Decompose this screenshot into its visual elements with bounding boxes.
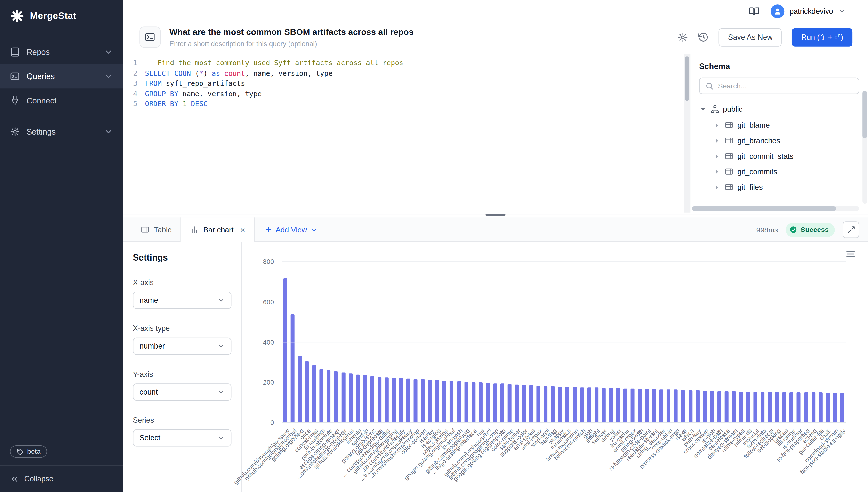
sql-editor[interactable]: 1-- Find the most commonly used Syft art… xyxy=(123,54,684,213)
bar[interactable] xyxy=(732,391,736,423)
bar[interactable] xyxy=(298,356,302,423)
query-description-input[interactable]: Enter a short description for this query… xyxy=(169,40,414,47)
editor-scrollbar[interactable] xyxy=(684,54,690,213)
tab-bar-chart[interactable]: Bar chart × xyxy=(180,217,255,242)
query-title[interactable]: What are the most common SBOM artifacts … xyxy=(169,27,414,37)
bar[interactable] xyxy=(768,392,772,423)
bar[interactable] xyxy=(291,315,295,423)
bar[interactable] xyxy=(623,388,627,423)
bar[interactable] xyxy=(645,389,649,423)
y-axis-select[interactable]: count xyxy=(133,384,231,401)
bar[interactable] xyxy=(457,381,461,423)
bar[interactable] xyxy=(652,389,656,423)
bar[interactable] xyxy=(631,389,634,423)
schema-search-input[interactable] xyxy=(718,82,853,90)
bar[interactable] xyxy=(399,378,403,423)
bar[interactable] xyxy=(674,390,678,423)
bar[interactable] xyxy=(782,392,786,423)
bar[interactable] xyxy=(739,392,743,423)
bar[interactable] xyxy=(327,370,331,423)
schema-root-row[interactable]: public xyxy=(699,101,859,117)
bar[interactable] xyxy=(464,382,468,423)
bar[interactable] xyxy=(811,393,815,423)
bar[interactable] xyxy=(616,388,620,423)
caret-down-icon[interactable] xyxy=(699,105,707,113)
fullscreen-button[interactable] xyxy=(843,221,859,238)
bar[interactable] xyxy=(804,393,808,423)
sidebar-item-queries[interactable]: Queries xyxy=(0,64,123,89)
bar[interactable] xyxy=(602,388,605,423)
bar[interactable] xyxy=(724,391,728,423)
save-as-new-button[interactable]: Save As New xyxy=(719,28,782,46)
schema-vertical-scrollbar[interactable] xyxy=(863,91,867,203)
bar[interactable] xyxy=(544,386,548,423)
settings-gear-icon[interactable] xyxy=(678,32,688,42)
chart-menu-icon[interactable] xyxy=(846,251,855,257)
bar[interactable] xyxy=(580,387,584,423)
caret-right-icon[interactable] xyxy=(714,152,721,160)
bar[interactable] xyxy=(659,390,664,423)
x-axis-select[interactable]: name xyxy=(133,292,231,309)
collapse-sidebar-button[interactable]: Collapse xyxy=(0,465,123,492)
bar[interactable] xyxy=(688,390,692,423)
bar[interactable] xyxy=(493,384,497,423)
bar[interactable] xyxy=(370,376,374,423)
bar[interactable] xyxy=(356,374,360,423)
bar[interactable] xyxy=(710,391,714,423)
code-line[interactable]: 3FROM syft_repo_artifacts xyxy=(123,78,684,89)
bar[interactable] xyxy=(536,386,540,423)
bar[interactable] xyxy=(681,390,685,423)
caret-right-icon[interactable] xyxy=(714,183,721,191)
bar[interactable] xyxy=(312,365,316,423)
schema-horizontal-scrollbar[interactable] xyxy=(692,206,859,211)
bar[interactable] xyxy=(508,384,512,423)
bar[interactable] xyxy=(319,369,323,423)
bar[interactable] xyxy=(385,377,389,423)
account-menu[interactable]: patrickdevivo xyxy=(771,4,846,18)
bar[interactable] xyxy=(595,388,598,423)
caret-right-icon[interactable] xyxy=(714,137,721,144)
bar[interactable] xyxy=(753,392,757,423)
bar[interactable] xyxy=(775,392,779,423)
x-axis-type-select[interactable]: number xyxy=(133,338,231,355)
bar[interactable] xyxy=(305,361,309,423)
bar[interactable] xyxy=(746,392,750,423)
bar[interactable] xyxy=(341,372,345,423)
bar[interactable] xyxy=(442,380,447,423)
code-line[interactable]: 5ORDER BY 1 DESC xyxy=(123,99,684,109)
bar[interactable] xyxy=(551,386,555,423)
bar[interactable] xyxy=(797,392,801,423)
docs-book-icon[interactable] xyxy=(749,6,760,16)
bar[interactable] xyxy=(421,379,425,423)
bar[interactable] xyxy=(833,393,837,423)
schema-hscroll-thumb[interactable] xyxy=(692,206,836,211)
schema-table-row[interactable]: git_blame xyxy=(699,117,859,133)
panel-splitter[interactable] xyxy=(123,213,868,218)
bar[interactable] xyxy=(392,377,396,423)
caret-right-icon[interactable] xyxy=(714,121,721,129)
add-view-button[interactable]: Add View xyxy=(255,217,328,242)
bar[interactable] xyxy=(472,382,476,423)
bar[interactable] xyxy=(435,380,439,423)
bar[interactable] xyxy=(609,388,613,423)
close-tab-icon[interactable]: × xyxy=(240,225,245,233)
bar[interactable] xyxy=(428,380,432,423)
schema-table-row[interactable]: git_commits xyxy=(699,164,859,179)
bar[interactable] xyxy=(703,391,707,423)
schema-vscroll-thumb[interactable] xyxy=(863,91,867,138)
sidebar-item-settings[interactable]: Settings xyxy=(0,120,123,144)
bar[interactable] xyxy=(573,387,577,423)
bar[interactable] xyxy=(718,391,721,423)
schema-table-row[interactable]: git_branches xyxy=(699,133,859,148)
caret-right-icon[interactable] xyxy=(714,168,721,175)
editor-scrollbar-thumb[interactable] xyxy=(685,56,689,101)
bar[interactable] xyxy=(790,392,794,423)
bar[interactable] xyxy=(378,377,381,423)
tab-table[interactable]: Table xyxy=(132,217,180,242)
run-query-button[interactable]: Run (⇧ + ⏎) xyxy=(792,28,852,46)
bar[interactable] xyxy=(479,383,482,423)
bar[interactable] xyxy=(761,392,765,423)
sidebar-item-repos[interactable]: Repos xyxy=(0,40,123,64)
bar[interactable] xyxy=(667,390,671,423)
bar[interactable] xyxy=(587,387,591,423)
